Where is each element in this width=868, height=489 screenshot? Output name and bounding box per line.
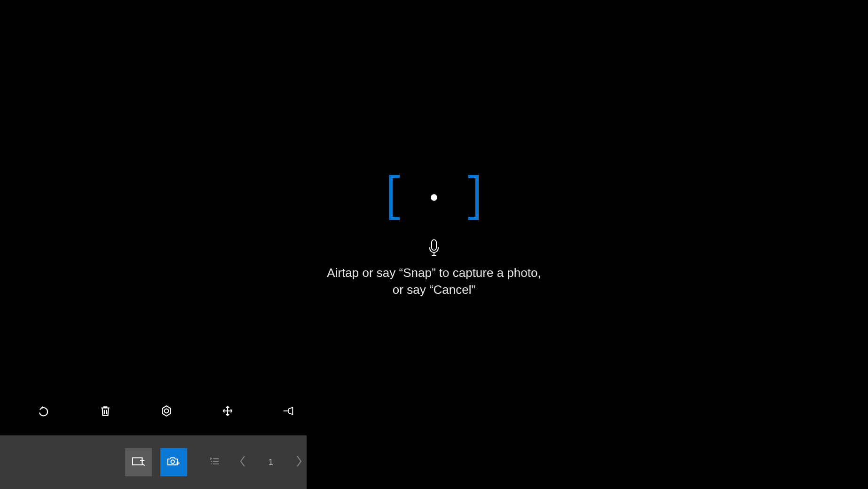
svg-rect-0	[432, 240, 436, 250]
bracket-right	[468, 175, 479, 220]
svg-marker-3	[162, 406, 170, 416]
focus-dot	[431, 194, 437, 201]
delete-button[interactable]	[99, 405, 112, 418]
camera-capture-screen: Airtap or say “Snap” to capture a photo,…	[0, 0, 868, 489]
undo-icon	[38, 405, 50, 419]
previous-page-button[interactable]	[235, 455, 250, 470]
svg-rect-5	[132, 458, 142, 465]
camera-mode-button[interactable]	[160, 448, 187, 476]
undo-button[interactable]	[38, 405, 51, 418]
bracket-left	[389, 175, 400, 220]
floating-action-row	[38, 405, 295, 418]
chevron-right-icon	[295, 454, 303, 470]
capture-instruction: Airtap or say “Snap” to capture a photo,…	[327, 264, 541, 299]
instruction-line-2: or say “Cancel”	[327, 281, 541, 298]
list-view-button[interactable]	[207, 455, 222, 470]
annotate-icon	[132, 456, 145, 469]
trash-icon	[99, 405, 111, 419]
move-button[interactable]	[221, 405, 234, 418]
microphone-icon	[428, 239, 440, 259]
svg-point-8	[171, 460, 174, 463]
move-icon	[221, 405, 234, 419]
list-icon	[209, 456, 220, 468]
target-button[interactable]	[160, 405, 173, 418]
bottom-dock: 1	[0, 435, 307, 489]
pin-button[interactable]	[282, 405, 295, 418]
next-page-button[interactable]	[292, 455, 307, 470]
microphone-indicator	[428, 239, 440, 259]
instruction-line-1: Airtap or say “Snap” to capture a photo,	[327, 264, 541, 281]
page-number: 1	[263, 455, 278, 470]
annotate-mode-button[interactable]	[125, 448, 152, 476]
chevron-left-icon	[238, 454, 247, 470]
target-icon	[160, 405, 173, 419]
svg-point-4	[165, 409, 169, 413]
camera-icon	[167, 456, 181, 469]
dock-pager: 1	[207, 455, 307, 470]
pin-icon	[283, 405, 295, 419]
capture-viewfinder	[389, 175, 479, 220]
